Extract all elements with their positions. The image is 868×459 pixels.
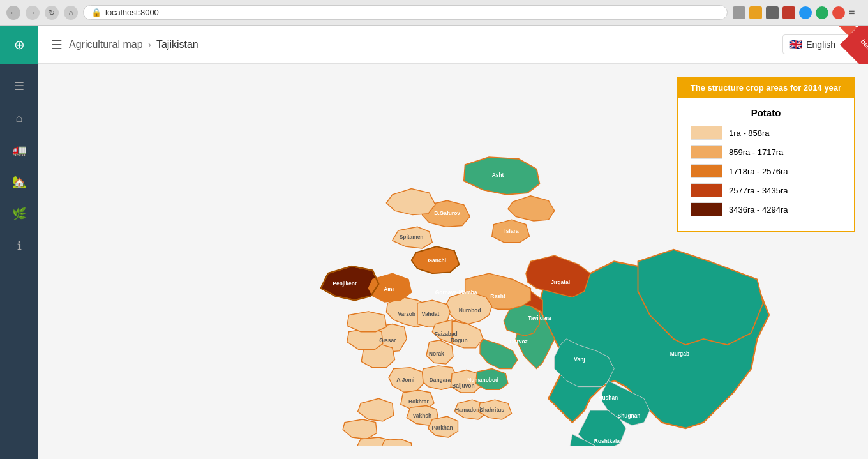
legend-label-4: 2577ra - 3435ra [729,186,788,195]
legend-label-5: 3436ra - 4294ra [729,205,788,214]
breadcrumb-separator: › [148,39,151,50]
info-icon: ℹ [17,239,22,253]
main-area: ☰ Agricultural map › Tajikistan 🇬🇧 Engli… [38,26,868,459]
address-bar[interactable]: 🔒 localhost:8000 [83,5,728,20]
beta-badge: beta [830,26,868,64]
reload-button[interactable]: ↻ [45,6,59,20]
home-browser-button[interactable]: ⌂ [64,6,78,20]
url-text: localhost:8000 [105,8,159,17]
leaf-icon: 🌿 [12,207,26,221]
extension-6-icon[interactable] [832,6,845,19]
legend-color-3 [691,164,722,178]
legend-title: The structure crop areas for 2014 year [678,78,854,98]
lock-icon: 🔒 [91,8,101,17]
legend-box: The structure crop areas for 2014 year P… [677,77,855,232]
legend-label-3: 1718ra - 2576ra [729,167,788,176]
breadcrumb: Agricultural map › Tajikistan [69,39,198,50]
legend-item-5: 3436ra - 4294ra [691,202,841,216]
legend-color-5 [691,202,722,216]
extension-2-icon[interactable] [766,6,779,19]
truck-icon: 🚛 [12,143,26,157]
menu-icon[interactable]: ≡ [849,6,862,19]
sidebar-item-hamburger[interactable]: ☰ [0,70,38,102]
extension-3-icon[interactable] [782,6,795,19]
map-area: The structure crop areas for 2014 year P… [38,64,868,459]
legend-color-4 [691,183,722,197]
back-button[interactable]: ← [6,6,20,20]
bookmark-icon[interactable] [733,6,745,19]
logo-icon: ⊕ [14,37,25,52]
breadcrumb-current: Tajikistan [156,39,198,50]
menu-icon: ☰ [14,79,24,93]
legend-item-3: 1718ra - 2576ra [691,164,841,178]
home-icon: ⌂ [16,112,23,125]
sidebar-logo[interactable]: ⊕ [0,26,38,64]
extension-4-icon[interactable] [799,6,812,19]
legend-item-4: 2577ra - 3435ra [691,183,841,197]
legend-color-2 [691,145,722,159]
flag-icon: 🇬🇧 [789,38,802,50]
hamburger-button[interactable]: ☰ [51,37,63,52]
sidebar-item-home[interactable]: ⌂ [0,102,38,134]
top-header: ☰ Agricultural map › Tajikistan 🇬🇧 Engli… [38,26,868,64]
sidebar: ⊕ ☰ ⌂ 🚛 🏡 🌿 ℹ [0,26,38,459]
browser-icons: ≡ [733,6,862,19]
forward-button[interactable]: → [26,6,40,20]
legend-color-1 [691,126,722,140]
legend-label-1: 1ra - 858ra [729,128,770,138]
legend-item-1: 1ra - 858ra [691,126,841,140]
legend-label-2: 859ra - 1717ra [729,147,783,157]
breadcrumb-root[interactable]: Agricultural map [69,39,143,50]
extension-5-icon[interactable] [816,6,828,19]
sidebar-item-truck[interactable]: 🚛 [0,134,38,166]
sidebar-item-info[interactable]: ℹ [0,230,38,262]
legend-crop-name: Potato [691,107,841,118]
sidebar-item-leaf[interactable]: 🌿 [0,198,38,230]
extension-1-icon[interactable] [749,6,762,19]
legend-item-2: 859ra - 1717ra [691,145,841,159]
sidebar-item-house[interactable]: 🏡 [0,166,38,198]
browser-chrome: ← → ↻ ⌂ 🔒 localhost:8000 ≡ [0,0,868,26]
house-icon: 🏡 [12,175,26,189]
